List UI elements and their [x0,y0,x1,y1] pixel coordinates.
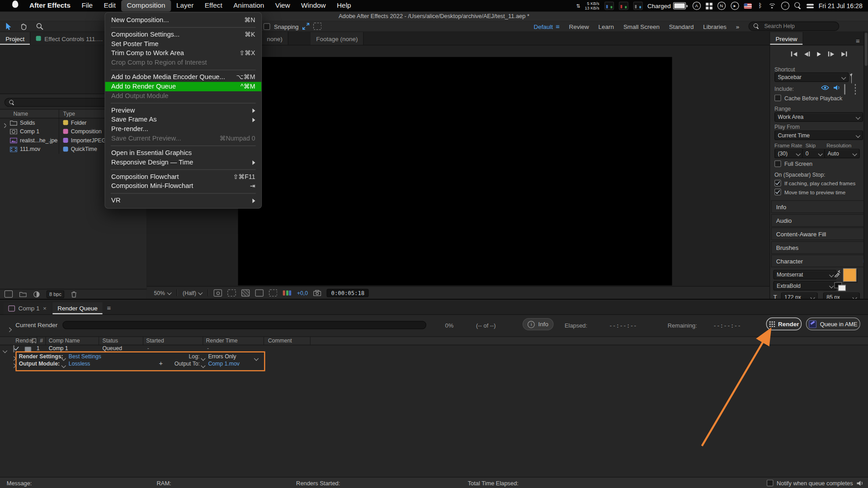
output-to-value[interactable]: Comp 1.mov [208,361,239,366]
workspace-tab-default[interactable]: Default ≡ [533,23,559,30]
keyboard-layout-flag-icon[interactable] [744,3,751,9]
menu-item-open-essential-graphics[interactable]: Open in Essential Graphics [105,148,261,158]
close-tab-icon[interactable]: × [43,305,47,312]
column-status[interactable]: Status [103,337,118,345]
queue-in-ame-button[interactable]: Queue in AME [806,318,860,330]
magnification-dropdown[interactable]: 50% [154,290,171,296]
workspace-tab-standard[interactable]: Standard [669,23,694,30]
panel-character[interactable]: Character ≡ [771,254,864,267]
menu-item-composition-mini-flowchart[interactable]: Composition Mini-Flowchart⇥ [105,182,261,191]
snapping-checkbox[interactable] [264,23,270,30]
tab-preview[interactable]: Preview [770,32,803,45]
panel-info[interactable]: Info [771,200,864,213]
widget-tile-icon[interactable] [604,2,614,10]
first-frame-button[interactable] [791,52,797,56]
row-comp-name[interactable]: Comp 1 [49,345,68,351]
play-button[interactable] [817,52,821,56]
tab-footage-none[interactable]: Footage (none) [311,32,364,45]
workspace-tab-learn[interactable]: Learn [599,23,614,30]
caching-row[interactable]: If caching, play cached frames [774,180,855,187]
column-comp-name[interactable]: Comp Name [49,337,80,345]
render-settings-value[interactable]: Best Settings [69,353,101,359]
vpn-icon[interactable]: N [717,2,726,10]
add-output-module-button[interactable]: + [159,360,163,367]
widget-tile-icon[interactable] [618,2,628,10]
adjustment-icon[interactable] [33,291,40,297]
include-video-eye-icon[interactable] [821,84,829,90]
range-dropdown[interactable]: Work Area [774,113,863,122]
bit-depth-button[interactable]: 8 bpc [47,290,64,298]
panel-brushes[interactable]: Brushes [771,241,864,254]
play-from-dropdown[interactable]: Current Time [774,131,863,140]
menu-item-set-poster-time[interactable]: Set Poster Time [105,39,261,49]
timecode[interactable]: 0:00:05:18 [327,289,369,297]
menubar-item-effect[interactable]: Effect [199,0,228,12]
menu-item-new-composition[interactable]: New Composition...⌘N [105,15,261,25]
menubar-item-edit[interactable]: Edit [98,0,121,12]
menu-item-responsive-design-time[interactable]: Responsive Design — Time [105,158,261,167]
menubar-item-file[interactable]: File [76,0,98,12]
previous-frame-button[interactable] [804,52,810,56]
apple-menu[interactable] [7,0,24,12]
resolution-dropdown[interactable]: (Half) [183,290,202,296]
tab-render-queue[interactable]: Render Queue [52,302,102,314]
log-value[interactable]: Errors Only [208,353,236,359]
include-overlays-icon[interactable] [844,84,845,94]
play-circle-icon[interactable]: ▸ [731,2,739,10]
pixel-aspect-icon[interactable] [269,289,278,296]
panel-content-aware-fill[interactable]: Content-Aware Fill [771,227,864,240]
font-size-dropdown[interactable]: 172 px [781,293,818,299]
font-family-dropdown[interactable]: Montserrat [774,270,837,280]
menubar-item-composition[interactable]: Composition [121,0,171,12]
item-name[interactable]: realist...he_.jpeg [20,136,57,145]
last-frame-button[interactable] [841,52,847,56]
snap-expand-icon[interactable] [302,23,310,30]
item-name[interactable]: 111.mov [20,145,57,154]
grid-guides-icon[interactable] [214,289,222,296]
stroke-color-swatch-2[interactable] [838,285,846,291]
menu-item-composition-flowchart[interactable]: Composition Flowchart⇧⌘F11 [105,172,261,182]
row-disclosure-icon[interactable] [3,347,6,353]
help-search-input[interactable] [763,23,826,30]
menu-item-pre-render[interactable]: Pre-render... [105,125,261,134]
render-button[interactable]: Render [766,318,802,330]
column-render[interactable]: Render [15,337,33,345]
scrollbar[interactable] [863,32,868,299]
cache-before-playback-row[interactable]: Cache Before Playback [774,94,842,101]
menubar-item-view[interactable]: View [269,0,295,12]
notify-row[interactable]: Notify when queue completes [767,478,863,488]
snap-frame-icon[interactable] [314,23,322,30]
next-frame-button[interactable] [828,52,834,56]
column-comment[interactable]: Comment [268,337,292,345]
menubar-item-layer[interactable]: Layer [171,0,199,12]
wifi-icon[interactable] [769,3,776,9]
battery-status[interactable]: Charged [647,2,687,9]
current-render-disclosure-icon[interactable] [8,324,11,333]
workspace-overflow-chevrons[interactable]: » [736,23,740,30]
workspace-tab-review[interactable]: Review [569,23,589,30]
frame-rate-dropdown[interactable]: (30) [774,149,803,158]
panel-menu-icon[interactable]: ≡ [856,37,864,45]
workspace-menu-icon[interactable]: ≡ [556,23,560,30]
skip-dropdown[interactable]: 0 [802,149,825,158]
include-renderer-icon[interactable] [855,84,856,94]
column-number[interactable]: # [40,337,43,345]
column-type[interactable]: Type [63,109,75,117]
move-time-row[interactable]: Move time to preview time [774,189,845,196]
eyedropper-icon[interactable] [834,270,841,277]
resolution-preview-dropdown[interactable]: Auto [824,149,859,158]
leading-dropdown[interactable]: 85 px [823,293,860,299]
menubar-item-help[interactable]: Help [331,0,357,12]
spotlight-search-icon[interactable] [794,2,802,9]
menubar-item-animation[interactable]: Animation [228,0,270,12]
help-search-box[interactable] [749,22,840,31]
tab-project[interactable]: Project [0,32,31,45]
menu-item-trim-comp[interactable]: Trim Comp to Work Area⇧⌘X [105,49,261,58]
render-queue-header[interactable]: Render # Comp Name Status Started Render… [0,336,868,345]
menu-item-save-frame-as[interactable]: Save Frame As [105,115,261,125]
region-of-interest-icon[interactable] [228,289,236,296]
cache-before-playback-checkbox[interactable] [774,94,781,101]
trash-icon[interactable] [71,291,77,297]
transparency-grid-icon[interactable] [241,289,250,296]
item-name[interactable]: Solids [20,118,57,127]
